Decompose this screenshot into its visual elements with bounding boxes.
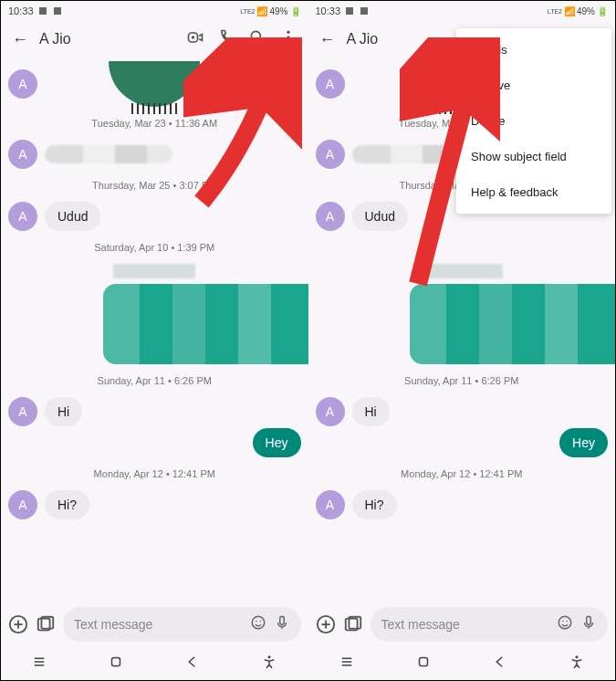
message-out[interactable]: Hey [559, 428, 608, 457]
message-redacted [45, 145, 172, 163]
menu-help[interactable]: Help & feedback [456, 174, 611, 210]
svg-rect-0 [39, 7, 47, 15]
call-icon[interactable] [217, 28, 235, 50]
overflow-menu: Details Archive Delete Show subject fiel… [456, 28, 611, 214]
svg-point-31 [562, 621, 564, 623]
text-input[interactable]: Text message [371, 607, 609, 642]
media-redacted [421, 264, 503, 278]
back-nav-icon[interactable] [492, 654, 508, 674]
avatar[interactable]: A [8, 202, 37, 231]
accessibility-icon[interactable] [261, 654, 277, 674]
message-media-redacted[interactable] [103, 284, 308, 364]
menu-archive[interactable]: Archive [456, 68, 611, 103]
chat-title: A Jio [39, 31, 179, 47]
add-icon[interactable] [8, 614, 28, 634]
back-nav-icon[interactable] [184, 654, 201, 674]
video-call-icon[interactable] [186, 28, 204, 50]
input-bar: Text message [308, 602, 616, 647]
message-media-redacted[interactable] [410, 284, 615, 364]
home-icon[interactable] [108, 654, 124, 674]
status-icon [52, 5, 63, 16]
svg-rect-17 [279, 616, 284, 624]
message-in[interactable]: Udud [45, 202, 100, 231]
recents-icon[interactable] [31, 654, 47, 674]
status-icon [344, 5, 355, 16]
home-icon[interactable] [415, 654, 432, 674]
timestamp: Saturday, Apr 10 • 1:39 PM [8, 242, 301, 253]
gallery-icon[interactable] [343, 614, 363, 634]
contact-image [109, 61, 200, 107]
status-icon [359, 5, 370, 16]
svg-point-7 [287, 36, 289, 38]
message-in[interactable]: Hi? [45, 490, 89, 519]
avatar[interactable]: A [316, 202, 345, 231]
signal-icon: 📶 [564, 6, 575, 16]
avatar[interactable]: A [8, 397, 37, 426]
text-input[interactable]: Text message [63, 607, 301, 642]
avatar[interactable]: A [8, 140, 37, 169]
menu-delete[interactable]: Delete [456, 103, 611, 139]
chat-body[interactable]: A Tuesday, Mar 23 • 11:36 AM A Thursday,… [1, 58, 308, 602]
chat-header: ← A Jio [1, 21, 308, 58]
svg-point-32 [567, 621, 569, 623]
avatar[interactable]: A [316, 490, 345, 519]
battery-pct: 49% [577, 6, 595, 16]
nav-bar [308, 647, 616, 680]
timestamp: Monday, Apr 12 • 12:41 PM [8, 468, 301, 479]
more-icon[interactable] [279, 28, 298, 50]
svg-rect-23 [346, 7, 353, 15]
status-time: 10:33 [8, 5, 34, 16]
svg-point-22 [268, 655, 271, 658]
status-icon [37, 5, 48, 16]
svg-point-8 [287, 41, 289, 44]
status-net: LTE2 [548, 8, 562, 15]
message-out[interactable]: Hey [253, 428, 301, 457]
emoji-icon[interactable] [250, 614, 266, 634]
timestamp: Sunday, Apr 11 • 6:26 PM [316, 375, 609, 386]
media-redacted [113, 264, 195, 278]
svg-point-3 [191, 36, 193, 38]
battery-icon: 🔋 [290, 6, 301, 16]
svg-rect-37 [419, 658, 427, 666]
timestamp: Tuesday, Mar 23 • 11:36 AM [8, 118, 301, 129]
svg-point-6 [287, 31, 289, 34]
svg-point-4 [251, 31, 260, 40]
avatar[interactable]: A [316, 397, 345, 426]
accessibility-icon[interactable] [569, 654, 585, 674]
message-in[interactable]: Hi [352, 397, 390, 426]
timestamp: Monday, Apr 12 • 12:41 PM [316, 468, 609, 479]
avatar[interactable]: A [8, 490, 37, 519]
svg-point-15 [256, 621, 257, 623]
search-icon[interactable] [248, 28, 266, 50]
gallery-icon[interactable] [36, 614, 56, 634]
svg-rect-24 [360, 7, 368, 15]
menu-details[interactable]: Details [456, 32, 611, 68]
svg-rect-21 [112, 658, 120, 666]
signal-icon: 📶 [256, 6, 267, 16]
input-placeholder: Text message [381, 617, 550, 632]
svg-point-16 [259, 621, 261, 623]
back-button[interactable]: ← [8, 26, 32, 53]
add-icon[interactable] [316, 614, 336, 634]
battery-pct: 49% [269, 6, 287, 16]
emoji-icon[interactable] [557, 614, 573, 634]
svg-point-38 [575, 655, 578, 658]
svg-rect-33 [587, 616, 591, 624]
message-in[interactable]: Hi? [352, 490, 397, 519]
mic-icon[interactable] [580, 614, 597, 634]
recents-icon[interactable] [339, 654, 355, 674]
timestamp: Thursday, Mar 25 • 3:07 PM [8, 180, 301, 191]
timestamp: Sunday, Apr 11 • 6:26 PM [8, 375, 301, 386]
menu-show-subject[interactable]: Show subject field [456, 139, 611, 174]
phone-left: 10:33 LTE2 📶 49% 🔋 ← A Jio A Tuesday, Ma… [1, 1, 308, 680]
svg-rect-1 [54, 7, 61, 15]
svg-point-14 [252, 616, 265, 629]
mic-icon[interactable] [274, 614, 290, 634]
svg-line-5 [259, 40, 263, 44]
message-in[interactable]: Udud [352, 202, 408, 231]
back-button[interactable]: ← [316, 26, 339, 53]
status-bar: 10:33 LTE2 📶 49% 🔋 [1, 1, 308, 21]
avatar[interactable]: A [316, 140, 345, 169]
message-in[interactable]: Hi [45, 397, 82, 426]
status-bar: 10:33 LTE2 📶 49% 🔋 [308, 1, 616, 21]
